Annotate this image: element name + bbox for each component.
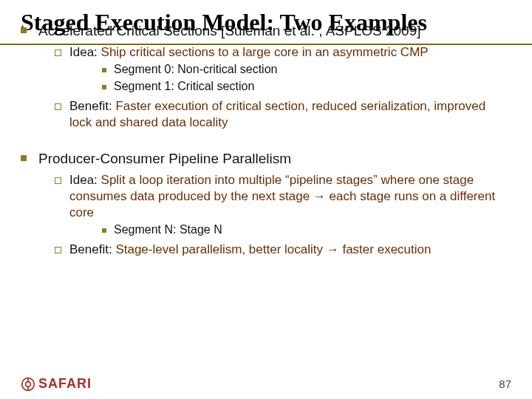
logo: SAFARI: [21, 376, 92, 392]
idea-item: Idea: Ship critical sections to a large …: [52, 44, 511, 94]
benefit-item: Benefit: Faster execution of critical se…: [52, 98, 511, 131]
heading-text: Accelerated Critical Sections: [38, 23, 221, 38]
section-heading: Accelerated Critical Sections [Suleman e…: [21, 22, 511, 131]
heading-citation: [Suleman et al. , ASPLOS 2009]: [221, 23, 420, 38]
segment-item: Segment N: Stage N: [96, 222, 511, 238]
segment-item: Segment 1: Critical section: [96, 79, 511, 95]
benefit-body: Stage-level parallelism, better locality…: [115, 242, 431, 256]
heading-text: Producer-Consumer Pipeline Parallelism: [38, 151, 291, 166]
benefit-label: Benefit:: [69, 242, 115, 256]
idea-item: Idea: Split a loop iteration into multip…: [52, 172, 511, 237]
benefit-label: Benefit:: [69, 99, 115, 113]
section-heading: Producer-Consumer Pipeline Parallelism I…: [21, 150, 511, 258]
idea-body: Ship critical sections to a large core i…: [101, 45, 429, 59]
benefit-item: Benefit: Stage-level parallelism, better…: [52, 242, 511, 258]
idea-body: Split a loop iteration into multiple “pi…: [69, 173, 495, 219]
logo-icon: [21, 377, 35, 392]
slide: Staged Execution Model: Two Examples Acc…: [0, 0, 532, 399]
logo-text: SAFARI: [38, 376, 92, 392]
segment-item: Segment 0: Non-critical section: [96, 62, 511, 78]
footer: SAFARI 87: [21, 376, 511, 392]
benefit-body: Faster execution of critical section, re…: [69, 99, 485, 129]
idea-label: Idea:: [69, 173, 101, 187]
idea-label: Idea:: [69, 45, 101, 59]
svg-point-1: [26, 381, 31, 386]
page-number: 87: [499, 378, 511, 390]
